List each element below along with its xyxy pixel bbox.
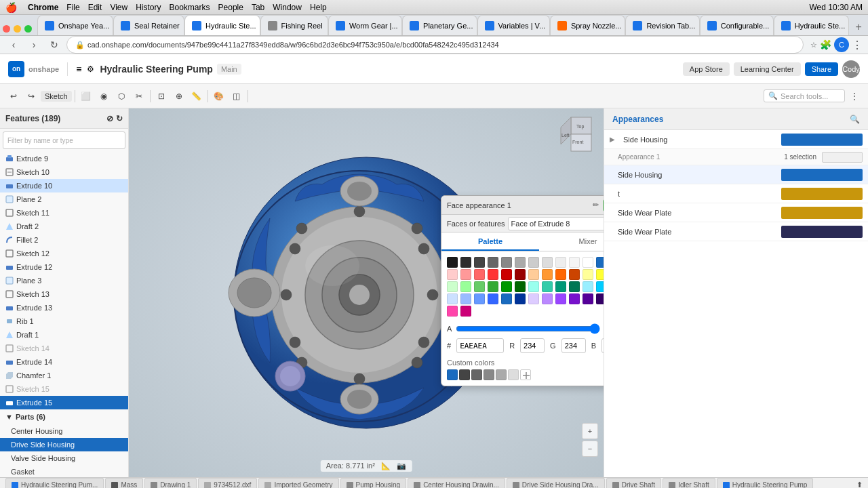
appearance-color-bar-5[interactable] [781,226,863,238]
browser-tab-6[interactable]: Planetary Ge... ✕ [402,15,477,35]
swatch[interactable] [474,257,485,268]
status-tab-4[interactable]: Imported Geometry [258,478,338,488]
b-input[interactable] [601,338,604,353]
custom-swatch[interactable] [447,369,458,380]
appearance-row-side-housing-2[interactable]: Side Housing [604,165,868,184]
feature-item-sketch12[interactable]: Sketch 12 [0,247,128,260]
feature-item-chamfer1[interactable]: Chamfer 1 [0,369,128,382]
feature-item-sketch13[interactable]: Sketch 13 [0,287,128,301]
swatch[interactable] [447,269,458,280]
feature-item-draft2[interactable]: Draft 2 [0,220,128,233]
part-drive-side-housing[interactable]: Drive Side Housing [0,438,128,451]
menu-file[interactable]: File [66,3,79,12]
swatch[interactable] [596,269,604,280]
swatch[interactable] [596,281,604,292]
feature-item-extrude10[interactable]: Extrude 10 [0,179,128,192]
sub-swatch-1[interactable] [822,152,863,163]
appearances-search-icon[interactable]: 🔍 [850,115,860,124]
swatch[interactable] [542,257,553,268]
custom-swatch[interactable] [471,369,482,380]
swatch[interactable] [569,281,580,292]
reload-button[interactable]: ↻ [46,37,62,53]
zoom-fit-icon[interactable]: ⊡ [153,88,170,104]
appearance-color-bar-1[interactable] [781,134,863,146]
swatch[interactable] [501,257,512,268]
status-tab-3[interactable]: 9734512.dxf [198,478,257,488]
view-cube[interactable]: Top Front Left [557,114,598,157]
swatch[interactable] [583,293,593,304]
swatch[interactable] [460,257,471,268]
swatch[interactable] [515,293,526,304]
swatch[interactable] [542,281,553,292]
zoom-in-viewport-button[interactable]: + [582,423,598,439]
swatch[interactable] [474,269,485,280]
redo-button[interactable]: ↪ [23,88,39,104]
swatch[interactable] [447,257,458,268]
feature-item-extrude15[interactable]: Extrude 15 [0,396,128,409]
browser-tab-3[interactable]: Hydraulic Ste... ✕ [184,15,260,35]
share-button[interactable]: Share [805,62,838,76]
more-icon[interactable]: ⋮ [852,39,863,52]
swatch[interactable] [488,257,498,268]
swatch[interactable] [460,281,471,292]
feature-item-extrude9[interactable]: Extrude 9 [0,152,128,165]
browser-tab-11[interactable]: Hydraulic Ste... ✕ [774,15,850,35]
appearance-icon[interactable]: 🎨 [211,88,227,104]
swatch[interactable] [488,269,498,280]
feature-item-plane3[interactable]: Plane 3 [0,274,128,287]
custom-swatch[interactable] [459,369,470,380]
appearance-row-side-housing[interactable]: ▶ Side Housing [604,130,868,149]
r-input[interactable] [520,338,545,353]
status-tab-8[interactable]: Drive Shaft [606,478,661,488]
swatch[interactable] [460,306,471,317]
solid-icon[interactable]: ◉ [96,88,112,104]
window-close[interactable] [3,25,10,33]
swatch[interactable] [447,306,458,317]
palette-tab[interactable]: Palette [441,232,539,251]
hex-input[interactable] [456,338,504,353]
appearance-color-bar-3[interactable] [781,188,863,200]
swatch[interactable] [528,281,539,292]
wireframe-icon[interactable]: ⬡ [113,88,130,104]
zoom-out-viewport-button[interactable]: − [582,441,598,457]
bookmark-icon[interactable]: ☆ [810,41,817,49]
user-avatar[interactable]: Cody [842,60,860,78]
learning-center-button[interactable]: Learning Center [734,62,801,76]
swatch[interactable] [583,257,593,268]
swatch[interactable] [474,293,485,304]
swatch[interactable] [583,281,593,292]
feature-item-sketch11[interactable]: Sketch 11 [0,206,128,220]
feature-item-extrude14[interactable]: Extrude 14 [0,355,128,369]
feature-search[interactable]: Filter by name or type [3,131,125,149]
swatch[interactable] [596,257,604,268]
swatch[interactable] [528,257,539,268]
feature-item-sketch14[interactable]: Sketch 14 [0,342,128,355]
browser-tab-4[interactable]: Fishing Reel ✕ [260,15,328,35]
swatch[interactable] [460,269,471,280]
edit-icon[interactable]: ✏ [593,201,599,209]
material-icon[interactable]: ◫ [229,88,245,104]
feature-item-sketch15[interactable]: Sketch 15 [0,382,128,396]
swatch[interactable] [515,281,526,292]
appearance-color-bar-2[interactable] [781,169,863,181]
status-tab-6[interactable]: Center Housing Drawin... [408,478,505,488]
part-gasket[interactable]: Gasket [0,465,128,477]
browser-tab-8[interactable]: Spray Nozzle... ✕ [550,15,626,35]
app-store-button[interactable]: App Store [683,62,730,76]
new-tab-button[interactable]: + [852,19,865,35]
dialog-confirm-button[interactable]: ✓ [603,199,604,211]
browser-tab-5[interactable]: Worm Gear |... ✕ [328,15,402,35]
status-tab-0[interactable]: Hydraulic Steering Pum... [5,478,104,488]
swatch[interactable] [447,281,458,292]
zoom-in-icon[interactable]: ⊕ [171,88,187,104]
status-tab-9[interactable]: Idler Shaft [663,478,715,488]
status-expand-icon[interactable]: ⬆ [856,481,863,489]
swatch[interactable] [583,269,593,280]
window-minimize[interactable] [14,25,21,33]
feature-item-plane2[interactable]: Plane 2 [0,192,128,206]
menu-view[interactable]: View [110,3,127,12]
address-input[interactable]: 🔒 cad.onshape.com/documents/947be99c4411… [66,36,804,54]
swatch[interactable] [501,281,512,292]
feature-item-extrude12[interactable]: Extrude 12 [0,260,128,274]
mixer-tab[interactable]: Mixer [539,232,604,251]
